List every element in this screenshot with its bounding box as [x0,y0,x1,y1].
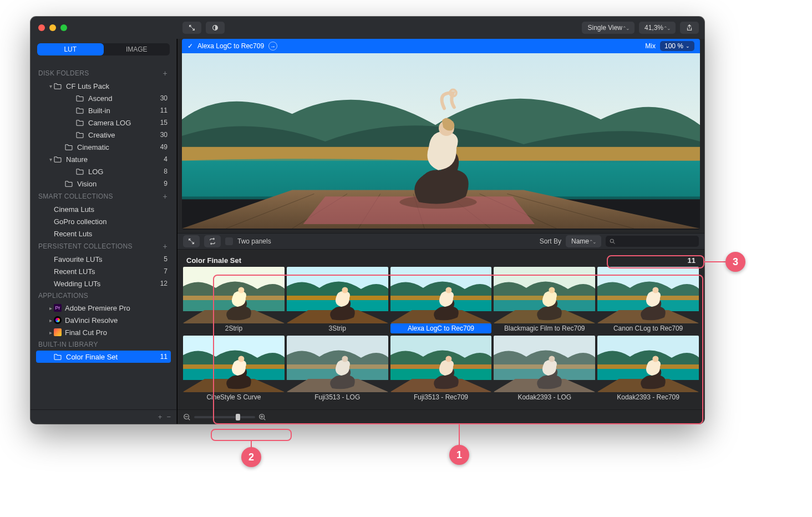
close-icon[interactable] [38,24,45,31]
sidebar-item-count: 12 [158,280,168,287]
sidebar-item-count: 8 [158,168,168,175]
chevron-icon [47,317,54,323]
loop-button[interactable] [204,235,221,247]
sidebar-item[interactable]: Ascend30 [36,92,171,104]
active-lut-banner: Alexa LogC to Rec709 → Mix 100 % ⌄ [182,39,700,53]
grid-count: 11 [688,256,696,265]
add-folder-button[interactable]: + [158,413,163,421]
banner-lut-name: Alexa LogC to Rec709 [197,42,264,50]
sidebar-item[interactable]: Vision9 [36,178,171,190]
sidebar-item[interactable]: Color Finale Set11 [36,351,171,363]
thumb-label: CineStyle S Curve [183,392,285,402]
sidebar-item-label: Favourite LUTs [54,255,158,263]
sidebar-item[interactable]: Final Cut Pro [36,326,171,338]
sidebar-item[interactable]: Recent LUTs7 [36,265,171,277]
sidebar-item[interactable]: GoPro collection [36,215,171,227]
svg-point-34 [445,287,451,293]
lut-thumb[interactable]: 3Strip [287,267,388,333]
sort-select[interactable]: Name [566,235,601,247]
sidebar-item[interactable]: Cinema Luts [36,203,171,215]
app-icon [54,316,62,324]
lut-thumb[interactable]: Kodak2393 - Rec709 [597,336,699,402]
thumb-image [494,336,595,392]
sidebar-item[interactable]: Built-in11 [36,104,171,116]
thumb-image [597,267,699,323]
search-input[interactable] [606,236,699,247]
zoom-icon[interactable] [60,24,67,31]
sidebar-item[interactable]: Cinematic49 [36,141,171,153]
chevron-icon [47,83,54,89]
sidebar-item-label: Cinema Luts [54,205,168,214]
share-button[interactable] [680,22,699,34]
lut-thumb[interactable]: 2Strip [183,267,285,333]
lut-thumb[interactable]: Fuji3513 - Rec709 [390,336,492,402]
zoom-out-icon[interactable] [183,413,191,421]
sidebar-item-count: 4 [158,155,168,163]
expand-grid-button[interactable] [183,235,200,247]
lut-thumb[interactable]: Fuji3513 - LOG [287,336,388,402]
tab-lut[interactable]: LUT [37,43,104,55]
two-panels-checkbox[interactable] [225,237,233,245]
add-button[interactable]: + [163,192,168,201]
lut-thumb[interactable]: Canon CLog to Rec709 [597,267,699,333]
app-icon: Pr [54,304,62,312]
section-header: SMART COLLECTIONS+ [36,190,171,203]
check-icon [187,42,193,50]
remove-folder-button[interactable]: − [166,413,171,421]
tab-image[interactable]: IMAGE [104,43,170,55]
folder-icon [54,353,63,361]
sidebar-item[interactable]: Camera LOG15 [36,116,171,129]
svg-line-76 [264,418,266,420]
minimize-icon[interactable] [49,24,56,31]
sidebar-item[interactable]: Nature4 [36,153,171,165]
search-icon [609,238,616,245]
sidebar-item-count: 30 [158,94,168,102]
folder-icon [76,107,85,114]
thumb-label: Alexa LogC to Rec709 [390,323,492,333]
svg-point-29 [342,287,348,293]
folder-icon [76,168,85,175]
add-button[interactable]: + [163,242,168,251]
sidebar-item[interactable]: CF Luts Pack [36,80,171,92]
preview-pane [182,53,700,230]
sidebar-item[interactable]: DaVinci Resolve [36,314,171,326]
mix-value-select[interactable]: 100 % ⌄ [660,41,694,51]
share-icon [686,24,693,32]
svg-line-72 [189,418,190,420]
sidebar-item-label: Built-in [88,107,158,115]
thumb-image [597,336,699,392]
thumb-label: 2Strip [183,323,285,333]
zoom-in-icon[interactable] [258,413,266,421]
svg-point-39 [549,287,555,293]
lut-thumb[interactable]: Kodak2393 - LOG [494,336,595,402]
lut-thumb[interactable]: CineStyle S Curve [183,336,285,402]
refresh-button[interactable] [206,22,225,34]
chevron-icon [47,156,54,163]
sidebar-item[interactable]: Wedding LUTs12 [36,277,171,290]
svg-point-64 [549,356,555,362]
section-header: DISK FOLDERS+ [36,67,171,80]
next-lut-button[interactable]: → [268,42,277,50]
thumb-image [183,336,285,392]
sidebar-item-label: Creative [88,131,158,139]
thumb-label: 3Strip [287,323,388,333]
add-button[interactable]: + [163,69,168,78]
sidebar-item[interactable]: Favourite LUTs5 [36,253,171,265]
expand-preview-button[interactable] [182,22,201,34]
sidebar-item[interactable]: Creative30 [36,129,171,141]
sidebar-item[interactable]: PrAdobe Premiere Pro [36,302,171,314]
sidebar-item[interactable]: LOG8 [36,165,171,178]
thumb-zoom-slider[interactable] [194,416,255,418]
lut-thumb[interactable]: Blackmagic Film to Rec709 [494,267,595,333]
zoom-select[interactable]: 41,3% [639,22,676,34]
sidebar-item[interactable]: Recent Luts [36,227,171,240]
sidebar-item-label: LOG [88,168,158,176]
thumb-image [390,336,492,392]
thumb-label: Fuji3513 - LOG [287,392,388,402]
sidebar-scroll[interactable]: DISK FOLDERS+CF Luts PackAscend30Built-i… [31,64,176,409]
sidebar-item-label: Ascend [88,94,158,103]
section-title: DISK FOLDERS [38,69,89,77]
section-header: BUILT-IN LIBRARY [36,338,171,351]
lut-thumb[interactable]: Alexa LogC to Rec709 [390,267,492,333]
view-mode-select[interactable]: Single View [582,22,634,34]
